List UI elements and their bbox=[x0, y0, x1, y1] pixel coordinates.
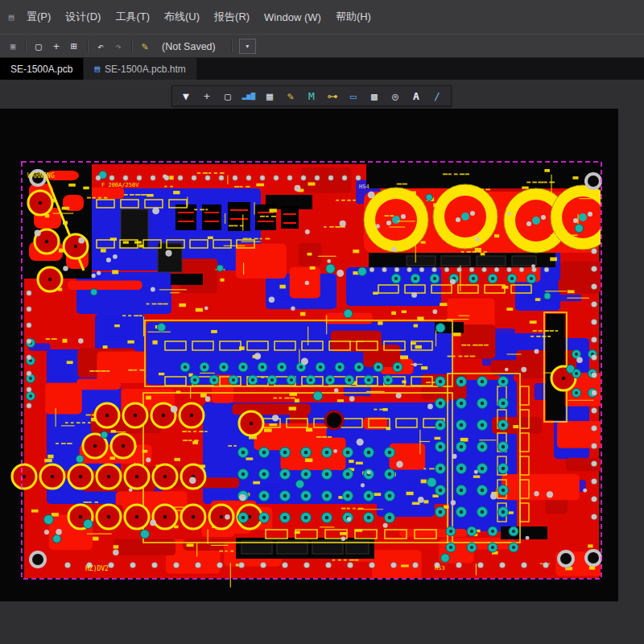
document-state-label: (Not Saved) bbox=[162, 41, 216, 52]
svg-text:F 200A/250V: F 200A/250V bbox=[101, 182, 139, 188]
redo-icon[interactable]: ↷ bbox=[109, 38, 127, 54]
state-dropdown-button[interactable]: ▾ bbox=[239, 39, 256, 54]
tab-label: SE-1500A.pcb bbox=[10, 64, 72, 75]
svg-text:HS3: HS3 bbox=[435, 565, 445, 572]
measure-icon[interactable]: ✎ bbox=[280, 88, 301, 104]
menu-item-help[interactable]: 帮助(H) bbox=[328, 7, 378, 27]
tab-label: SE-1500A.pcb.htm bbox=[105, 64, 186, 75]
undo-icon[interactable]: ↶ bbox=[92, 38, 109, 54]
text-icon[interactable]: A bbox=[406, 88, 427, 104]
line-icon[interactable]: / bbox=[427, 88, 448, 104]
svg-text:HZ)DV2: HZ)DV2 bbox=[85, 565, 109, 572]
menu-bar: ▤ 置(P) 设计(D) 工具(T) 布线(U) 报告(R) Window (W… bbox=[0, 0, 644, 34]
file-icon: ▤ bbox=[94, 64, 100, 74]
floating-tool-palette: ▼+▢▂▅▇▦✎M⊶▭▩◎A/ bbox=[171, 85, 452, 106]
toolbar-separator bbox=[87, 39, 88, 52]
move-cross-icon[interactable]: + bbox=[47, 38, 65, 54]
toolbar-separator bbox=[131, 39, 132, 52]
filter-icon[interactable]: ▼ bbox=[175, 88, 196, 104]
layers-icon[interactable]: ▦ bbox=[259, 88, 280, 104]
key-icon[interactable]: ⊶ bbox=[322, 88, 343, 104]
pcb-editor-window: ▤ 置(P) 设计(D) 工具(T) 布线(U) 报告(R) Window (W… bbox=[0, 0, 644, 644]
menu-item-window[interactable]: Window (W) bbox=[257, 9, 328, 26]
move-icon[interactable]: + bbox=[196, 88, 217, 104]
selection-icon[interactable]: ▢ bbox=[217, 88, 238, 104]
wave-icon[interactable]: M bbox=[301, 88, 322, 104]
via-icon[interactable]: ◎ bbox=[385, 88, 406, 104]
canvas-area: ▼+▢▂▅▇▦✎M⊶▭▩◎A/ WARNINGF 200A/250VHS4HZ)… bbox=[0, 80, 644, 644]
wand-icon[interactable]: ✎ bbox=[136, 38, 154, 54]
toolbar-separator bbox=[231, 39, 232, 52]
app-icon[interactable]: ▤ bbox=[3, 12, 19, 23]
document-tab-0[interactable]: SE-1500A.pcb bbox=[0, 58, 83, 80]
menu-item-tools[interactable]: 工具(T) bbox=[108, 7, 157, 27]
select-rect-icon[interactable]: ▢ bbox=[30, 38, 47, 54]
quick-toolbar: ▣▢+⊞↶↷✎(Not Saved)▾ bbox=[0, 34, 644, 58]
svg-text:WARNING: WARNING bbox=[27, 172, 55, 180]
footprint-icon[interactable]: ▭ bbox=[343, 88, 364, 104]
pcb-layout[interactable]: WARNINGF 200A/250VHS4HZ)DV2HS3 bbox=[0, 109, 618, 601]
document-tabbar: SE-1500A.pcb▤SE-1500A.pcb.htm bbox=[0, 58, 644, 80]
menu-item-route[interactable]: 布线(U) bbox=[157, 7, 207, 27]
menu-item-reports[interactable]: 报告(R) bbox=[207, 7, 257, 27]
svg-text:HS4: HS4 bbox=[359, 184, 369, 190]
panel-toggle-icon[interactable]: ▣ bbox=[5, 41, 21, 52]
pattern-icon[interactable]: ▩ bbox=[364, 88, 385, 104]
toolbar-separator bbox=[25, 39, 26, 52]
histogram-icon[interactable]: ▂▅▇ bbox=[238, 88, 259, 104]
document-tab-1[interactable]: ▤SE-1500A.pcb.htm bbox=[84, 58, 196, 80]
menu-item-preferences[interactable]: 置(P) bbox=[19, 7, 58, 27]
menu-item-design[interactable]: 设计(D) bbox=[58, 7, 108, 27]
pcb-viewport[interactable]: WARNINGF 200A/250VHS4HZ)DV2HS3 bbox=[0, 109, 618, 601]
snap-grid-icon[interactable]: ⊞ bbox=[65, 38, 83, 54]
